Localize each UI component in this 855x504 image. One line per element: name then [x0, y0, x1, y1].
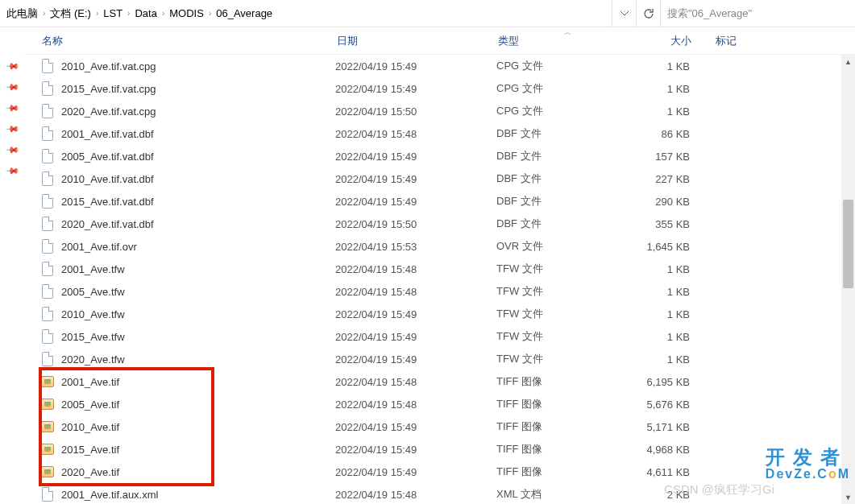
file-date: 2022/04/19 15:49 — [335, 196, 496, 208]
file-type: OVR 文件 — [496, 239, 633, 254]
file-name: 2005_Ave.tfw — [61, 286, 335, 298]
file-row[interactable]: 2020_Ave.tif.vat.cpg2022/04/19 15:50CPG … — [24, 100, 855, 122]
file-date: 2022/04/19 15:50 — [335, 218, 496, 230]
file-type: DBF 文件 — [496, 126, 633, 141]
search-input[interactable]: 搜索"06_Average" — [660, 0, 855, 27]
pin-icon[interactable]: 📌 — [4, 143, 19, 158]
file-row[interactable]: 2001_Ave.tif.ovr2022/04/19 15:53OVR 文件1,… — [24, 235, 855, 258]
file-date: 2022/04/19 15:49 — [335, 421, 496, 433]
refresh-button[interactable] — [636, 0, 660, 27]
file-row[interactable]: 2001_Ave.tif2022/04/19 15:48TIFF 图像6,195… — [24, 370, 855, 393]
file-row[interactable]: 2010_Ave.tif.vat.cpg2022/04/19 15:49CPG … — [24, 55, 855, 77]
file-type: DBF 文件 — [496, 171, 633, 186]
file-size: 1 KB — [633, 286, 714, 298]
file-name: 2020_Ave.tfw — [61, 353, 335, 366]
file-name: 2020_Ave.tif.vat.dbf — [61, 218, 335, 230]
file-size: 4,968 KB — [633, 444, 714, 456]
file-type: TFW 文件 — [496, 284, 633, 299]
file-size: 1 KB — [633, 353, 714, 366]
file-type: TIFF 图像 — [496, 465, 633, 479]
pin-icon[interactable]: 📌 — [4, 122, 19, 137]
breadcrumb-segment[interactable]: MODIS — [169, 7, 204, 19]
breadcrumb-segment[interactable]: 文档 (E:) — [50, 6, 91, 21]
column-header-size[interactable]: 大小 — [635, 34, 716, 48]
column-header-date[interactable]: 日期 — [337, 34, 498, 48]
file-size: 157 KB — [633, 151, 714, 163]
file-row[interactable]: 2010_Ave.tfw2022/04/19 15:49TFW 文件1 KB — [24, 303, 855, 325]
file-row[interactable]: 2005_Ave.tif2022/04/19 15:48TIFF 图像5,676… — [24, 393, 855, 415]
pin-icon[interactable]: 📌 — [4, 59, 19, 74]
file-type: DBF 文件 — [496, 194, 633, 209]
generic-file-icon — [40, 81, 55, 96]
chevron-right-icon: › — [96, 9, 98, 18]
pin-icon[interactable]: 📌 — [4, 101, 19, 116]
file-row[interactable]: 2010_Ave.tif.vat.dbf2022/04/19 15:49DBF … — [24, 167, 855, 190]
file-size: 86 KB — [633, 128, 714, 140]
file-row[interactable]: 2001_Ave.tif.aux.xml2022/04/19 15:48XML … — [24, 483, 855, 504]
pin-icon[interactable]: 📌 — [4, 163, 19, 179]
file-row[interactable]: 2015_Ave.tif.vat.cpg2022/04/19 15:49CPG … — [24, 77, 855, 100]
column-header-tag[interactable]: 标记 — [716, 34, 855, 48]
pin-icon[interactable]: 📌 — [4, 80, 19, 95]
file-size: 2 KB — [633, 489, 714, 501]
file-type: CPG 文件 — [496, 59, 633, 73]
chevron-down-icon — [620, 11, 629, 16]
image-file-icon — [40, 465, 55, 479]
file-date: 2022/04/19 15:48 — [335, 286, 496, 298]
file-row[interactable]: 2015_Ave.tif.vat.dbf2022/04/19 15:49DBF … — [24, 190, 855, 213]
file-name: 2001_Ave.tif.aux.xml — [61, 489, 335, 501]
file-row[interactable]: 2001_Ave.tif.vat.dbf2022/04/19 15:48DBF … — [24, 122, 855, 145]
file-size: 227 KB — [633, 173, 714, 185]
breadcrumb[interactable]: 此电脑›文档 (E:)›LST›Data›MODIS›06_Average — [0, 6, 612, 21]
file-date: 2022/04/19 15:49 — [335, 308, 496, 320]
generic-file-icon — [40, 352, 55, 366]
file-name: 2001_Ave.tif — [61, 376, 335, 388]
file-row[interactable]: 2020_Ave.tif2022/04/19 15:49TIFF 图像4,611… — [24, 461, 855, 483]
scrollbar[interactable]: ▲ ▼ — [841, 55, 855, 504]
file-row[interactable]: 2015_Ave.tfw2022/04/19 15:49TFW 文件1 KB — [24, 325, 855, 348]
scrollbar-thumb[interactable] — [843, 200, 853, 288]
file-date: 2022/04/19 15:49 — [335, 444, 496, 456]
file-type: TIFF 图像 — [496, 442, 633, 456]
file-size: 290 KB — [633, 196, 714, 208]
file-row[interactable]: 2005_Ave.tif.vat.dbf2022/04/19 15:49DBF … — [24, 145, 855, 167]
file-row[interactable]: 2005_Ave.tfw2022/04/19 15:48TFW 文件1 KB — [24, 280, 855, 303]
column-header-name[interactable]: 名称 — [40, 34, 337, 48]
file-size: 5,676 KB — [633, 399, 714, 411]
breadcrumb-segment[interactable]: 此电脑 — [6, 6, 38, 21]
generic-file-icon — [40, 307, 55, 321]
file-row[interactable]: 2020_Ave.tif.vat.dbf2022/04/19 15:50DBF … — [24, 213, 855, 235]
file-row[interactable]: 2010_Ave.tif2022/04/19 15:49TIFF 图像5,171… — [24, 415, 855, 438]
breadcrumb-segment[interactable]: 06_Average — [216, 7, 272, 19]
file-type: TIFF 图像 — [496, 419, 633, 434]
generic-file-icon — [40, 171, 55, 186]
breadcrumb-dropdown-button[interactable] — [612, 0, 636, 27]
image-file-icon — [40, 442, 55, 456]
file-name: 2015_Ave.tif.vat.cpg — [61, 83, 335, 95]
file-date: 2022/04/19 15:53 — [335, 241, 496, 253]
file-row[interactable]: 2001_Ave.tfw2022/04/19 15:48TFW 文件1 KB — [24, 258, 855, 280]
file-date: 2022/04/19 15:49 — [335, 151, 496, 163]
file-size: 6,195 KB — [633, 376, 714, 388]
file-list: ︿ 名称 日期 类型 大小 标记 2010_Ave.tif.vat.cpg202… — [24, 27, 855, 504]
scroll-up-icon[interactable]: ▲ — [841, 55, 855, 68]
image-file-icon — [40, 397, 55, 411]
file-size: 1 KB — [633, 331, 714, 343]
file-name: 2015_Ave.tif — [61, 444, 335, 456]
file-type: DBF 文件 — [496, 217, 633, 231]
scroll-down-icon[interactable]: ▼ — [841, 490, 855, 504]
file-name: 2010_Ave.tfw — [61, 308, 335, 320]
breadcrumb-segment[interactable]: Data — [135, 7, 156, 19]
file-size: 355 KB — [633, 218, 714, 230]
generic-file-icon — [40, 329, 55, 344]
file-row[interactable]: 2015_Ave.tif2022/04/19 15:49TIFF 图像4,968… — [24, 438, 855, 461]
chevron-right-icon: › — [127, 9, 130, 18]
breadcrumb-segment[interactable]: LST — [103, 7, 122, 19]
file-name: 2020_Ave.tif.vat.cpg — [61, 105, 335, 118]
file-type: TFW 文件 — [496, 329, 633, 344]
generic-file-icon — [40, 262, 55, 276]
file-name: 2005_Ave.tif.vat.dbf — [61, 151, 335, 163]
file-row[interactable]: 2020_Ave.tfw2022/04/19 15:49TFW 文件1 KB — [24, 348, 855, 370]
file-size: 1 KB — [633, 105, 714, 118]
file-date: 2022/04/19 15:48 — [335, 399, 496, 411]
